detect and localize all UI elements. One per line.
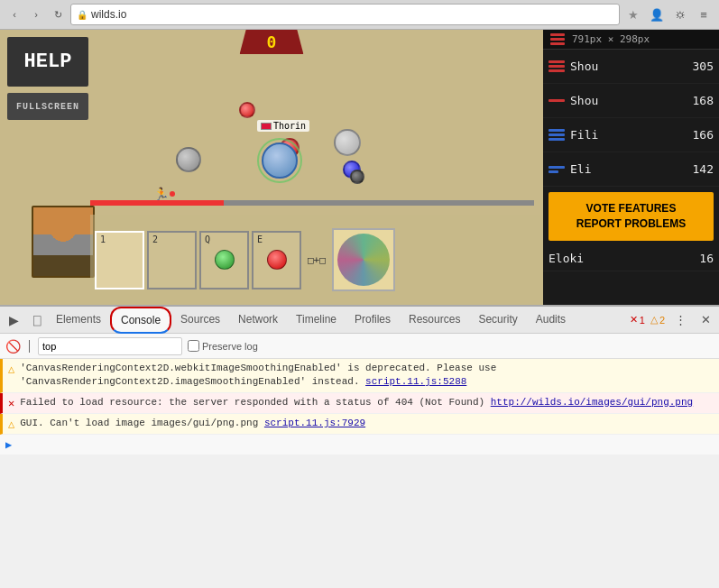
msg-link-0[interactable]: script.11.js:5288 bbox=[365, 376, 466, 387]
lb-bar-2c bbox=[548, 138, 565, 141]
clear-console-icon[interactable]: 🚫 bbox=[5, 339, 21, 354]
inventory-slot-1[interactable]: 1 bbox=[95, 231, 144, 289]
slot-orb-red bbox=[267, 250, 287, 270]
warn-badge: △ 2 bbox=[650, 314, 665, 326]
lb-bar-0b bbox=[548, 65, 565, 68]
lb-bar-0a bbox=[548, 60, 565, 63]
lock-icon: 🔒 bbox=[77, 10, 88, 20]
slot-num-e: E bbox=[257, 234, 263, 244]
devtools-tab-icons: ✕ 1 △ 2 ⋮ ✕ bbox=[630, 310, 715, 330]
plus-indicator: □+□ bbox=[308, 254, 326, 266]
preserve-log-text: Preserve log bbox=[202, 341, 258, 352]
console-msg-2: △ GUI. Can't load image images/gui/png.p… bbox=[0, 414, 719, 435]
msg-text-1: Failed to load resource: the server resp… bbox=[20, 396, 714, 409]
devtools-left-icons: ▶ ⎕ bbox=[4, 310, 47, 330]
console-prompt[interactable]: ▶ bbox=[0, 435, 719, 455]
slot-orb-green bbox=[215, 250, 235, 270]
error-x-icon: ✕ bbox=[630, 314, 638, 326]
devtools-close-button[interactable]: ✕ bbox=[696, 310, 715, 330]
tab-network[interactable]: Network bbox=[229, 307, 287, 334]
vote-line2: REPORT PROBLEMS bbox=[576, 217, 686, 230]
lb-name-2: Fili bbox=[570, 128, 682, 142]
vote-line1: VOTE FEATURES bbox=[586, 202, 677, 215]
error-count: 1 bbox=[640, 315, 645, 326]
game-orb-red-top bbox=[239, 102, 255, 118]
help-button[interactable]: HELP bbox=[7, 37, 88, 87]
health-bar bbox=[90, 200, 224, 206]
player-flag bbox=[261, 123, 272, 130]
lb-score-2: 166 bbox=[682, 128, 714, 142]
preview-box bbox=[332, 228, 395, 291]
preview-swirl bbox=[337, 234, 390, 286]
inventory-slot-2[interactable]: 2 bbox=[147, 231, 197, 289]
menu-button[interactable]: ≡ bbox=[694, 5, 714, 24]
tab-security[interactable]: Security bbox=[469, 307, 526, 334]
vote-features-button[interactable]: VOTE FEATURES REPORT PROBLEMS bbox=[548, 192, 714, 241]
game-canvas[interactable]: 0 HELP FULLSCREEN Thorin bbox=[0, 30, 543, 305]
msg-link-1[interactable]: http://wilds.io/images/gui/png.png bbox=[491, 397, 693, 408]
extension-button[interactable]: ⛭ bbox=[670, 5, 690, 24]
console-msg-0: △ 'CanvasRenderingContext2D.webkitImageS… bbox=[0, 359, 719, 393]
inventory-bar: 1 2 Q E □+□ bbox=[90, 215, 543, 305]
bookmark-button[interactable]: ★ bbox=[623, 5, 643, 24]
player-health-ring bbox=[257, 138, 302, 183]
inventory-slot-e[interactable]: E bbox=[252, 231, 301, 289]
devtools-more-button[interactable]: ⋮ bbox=[670, 310, 690, 330]
preserve-log-checkbox[interactable] bbox=[188, 340, 199, 352]
browser-chrome: ‹ › ↻ 🔒 wilds.io ★ 👤 ⛭ ≡ bbox=[0, 0, 719, 30]
filter-input[interactable] bbox=[38, 337, 182, 355]
slot-num-2: 2 bbox=[152, 234, 158, 244]
user-account-button[interactable]: 👤 bbox=[647, 5, 667, 24]
lb-bar-3b bbox=[548, 170, 558, 173]
devtools-panel: ▶ ⎕ Elements Console Sources Network Tim… bbox=[0, 305, 719, 455]
lb-bar-3a bbox=[548, 166, 565, 169]
leaderboard-row-1: Shou 168 bbox=[543, 84, 719, 118]
lb-name-3: Eli bbox=[570, 162, 682, 176]
forward-button[interactable]: › bbox=[27, 5, 45, 23]
devtools-inspect-button[interactable]: ▶ bbox=[4, 310, 23, 330]
tab-resources[interactable]: Resources bbox=[400, 307, 469, 334]
player-indicator bbox=[170, 191, 175, 197]
leaderboard-header: 791px × 298px bbox=[543, 30, 719, 50]
warn-icon-2: △ bbox=[8, 418, 14, 431]
warn-triangle-icon: △ bbox=[650, 314, 658, 326]
msg-link-2[interactable]: script.11.js:7929 bbox=[264, 418, 365, 428]
lb-name-0: Shou bbox=[570, 60, 682, 73]
lb-score-3: 142 bbox=[682, 162, 714, 176]
address-bar[interactable]: 🔒 wilds.io bbox=[70, 4, 620, 25]
back-button[interactable]: ‹ bbox=[5, 5, 23, 23]
leaderboard-row-eloki: Eloki 16 bbox=[543, 246, 719, 271]
game-area: 0 HELP FULLSCREEN Thorin bbox=[0, 30, 719, 305]
dimensions-label: 791px × 298px bbox=[572, 33, 650, 45]
devtools-device-button[interactable]: ⎕ bbox=[27, 310, 47, 330]
player-name-tag: Thorin bbox=[257, 120, 309, 132]
fullscreen-button[interactable]: FULLSCREEN bbox=[7, 93, 88, 120]
tab-console[interactable]: Console bbox=[110, 307, 171, 334]
lb-bar-2a bbox=[548, 129, 565, 132]
lb-score-0: 305 bbox=[682, 60, 714, 73]
runner-icon: 🏃 bbox=[153, 187, 169, 201]
tab-profiles[interactable]: Profiles bbox=[346, 307, 400, 334]
slot-num-q: Q bbox=[205, 234, 210, 244]
lb-name-eloki: Eloki bbox=[548, 252, 699, 265]
tab-elements[interactable]: Elements bbox=[47, 307, 110, 334]
filter-icon[interactable]: ⏐ bbox=[26, 339, 32, 354]
tab-timeline[interactable]: Timeline bbox=[287, 307, 346, 334]
inventory-slot-q[interactable]: Q bbox=[199, 231, 249, 289]
leaderboard-row-2: Fili 166 bbox=[543, 118, 719, 152]
devtools-tabs: ▶ ⎕ Elements Console Sources Network Tim… bbox=[0, 307, 719, 334]
lb-score-1: 168 bbox=[682, 94, 714, 107]
msg-text-2: GUI. Can't load image images/gui/png.png… bbox=[20, 417, 714, 430]
game-orb-dark bbox=[350, 170, 364, 184]
url-text: wilds.io bbox=[91, 8, 126, 21]
refresh-button[interactable]: ↻ bbox=[49, 5, 67, 23]
toolbar-icons: ★ 👤 ⛭ ≡ bbox=[623, 5, 714, 24]
tab-audits[interactable]: Audits bbox=[527, 307, 575, 334]
msg-text-0: 'CanvasRenderingContext2D.webkitImageSmo… bbox=[20, 362, 714, 390]
prompt-arrow-icon: ▶ bbox=[5, 438, 12, 451]
preserve-log-label[interactable]: Preserve log bbox=[188, 340, 258, 352]
devtools-toolbar: 🚫 ⏐ Preserve log bbox=[0, 334, 719, 359]
tab-sources[interactable]: Sources bbox=[171, 307, 229, 334]
score-value: 0 bbox=[267, 32, 277, 51]
health-bar-container bbox=[90, 200, 534, 206]
